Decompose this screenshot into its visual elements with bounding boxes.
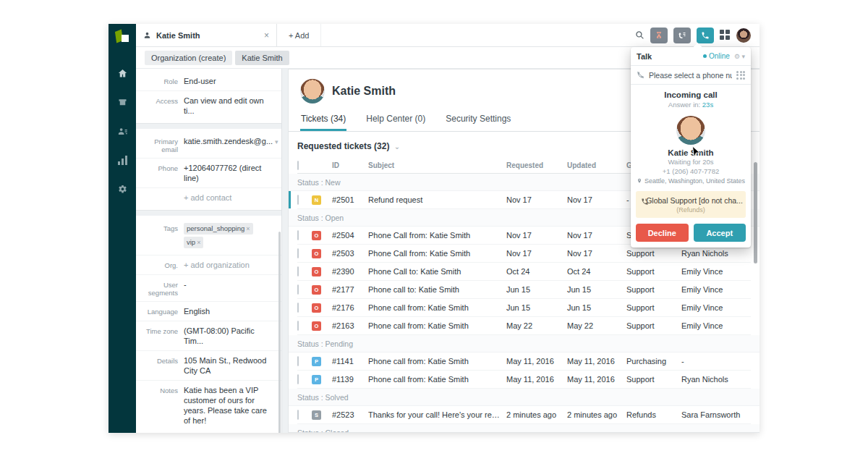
status-group-band: Status : Solved bbox=[289, 389, 760, 406]
field-label: Time zone bbox=[142, 326, 184, 346]
tab-tickets-[interactable]: Tickets (34) bbox=[300, 110, 346, 131]
close-tab-icon[interactable]: × bbox=[264, 30, 269, 41]
ticket-subject[interactable]: Refund request bbox=[368, 195, 506, 204]
remove-tag-icon[interactable]: × bbox=[197, 239, 200, 246]
ticket-assignee: Emily Vince bbox=[681, 285, 751, 294]
home-icon[interactable] bbox=[109, 59, 136, 88]
ticket-subject[interactable]: Phone call from: Katie Smith bbox=[368, 321, 506, 330]
incoming-call-icon bbox=[641, 198, 649, 206]
add-tab-button[interactable]: + Add bbox=[277, 24, 321, 46]
call-transfer-button[interactable] bbox=[673, 28, 691, 43]
tab-help-center-[interactable]: Help Center (0) bbox=[365, 110, 426, 131]
apps-grid-icon[interactable] bbox=[720, 30, 731, 41]
table-row[interactable]: P#1139Phone call from: Katie SmithMay 11… bbox=[297, 371, 751, 389]
ticket-subject[interactable]: Thanks for your call! Here's your refund… bbox=[368, 410, 506, 419]
row-checkbox[interactable] bbox=[297, 410, 299, 420]
line-sub: (Refunds) bbox=[639, 206, 743, 214]
row-checkbox[interactable] bbox=[297, 248, 299, 258]
page: Katie Smith × + Add bbox=[0, 0, 868, 456]
ticket-requested: Nov 17 bbox=[506, 195, 567, 204]
app-window: Katie Smith × + Add bbox=[109, 24, 760, 433]
ticket-subject[interactable]: Phone call to: Katie Smith bbox=[368, 285, 506, 294]
status-open-badge: O bbox=[312, 303, 321, 313]
chevron-down-icon: ⌄ bbox=[394, 143, 400, 151]
field-label: Language bbox=[142, 306, 184, 316]
row-checkbox[interactable] bbox=[297, 284, 299, 295]
open-tab-katie-smith[interactable]: Katie Smith × bbox=[136, 24, 277, 46]
row-checkbox[interactable] bbox=[297, 266, 299, 276]
ticket-id: #2523 bbox=[332, 410, 368, 419]
email-value[interactable]: katie.smith.zendesk@g...▾ bbox=[184, 136, 278, 153]
breadcrumb-item[interactable]: Organization (create) bbox=[145, 51, 232, 65]
ticket-subject[interactable]: Phone Call from: Katie Smith bbox=[368, 249, 506, 258]
user-avatar[interactable] bbox=[736, 28, 751, 43]
add-organization-link[interactable]: + add organization bbox=[184, 260, 274, 270]
remove-tag-icon[interactable]: × bbox=[246, 225, 250, 232]
ticket-id: #2390 bbox=[332, 267, 368, 276]
row-checkbox[interactable] bbox=[297, 321, 299, 331]
row-checkbox[interactable] bbox=[297, 374, 299, 384]
add-contact-link[interactable]: + add contact bbox=[184, 193, 274, 203]
field-label: Org. bbox=[142, 260, 184, 270]
views-icon[interactable] bbox=[109, 88, 136, 117]
field-label: Role bbox=[142, 76, 184, 86]
tag-chip[interactable]: personal_shopping× bbox=[184, 223, 253, 235]
search-icon[interactable] bbox=[635, 30, 644, 40]
caller-avatar bbox=[676, 116, 705, 145]
ticket-updated: Jun 15 bbox=[567, 285, 626, 294]
phone-icon[interactable] bbox=[697, 28, 714, 43]
reports-icon[interactable] bbox=[109, 145, 136, 174]
person-icon bbox=[143, 31, 151, 39]
table-row[interactable]: O#2390Phone Call to: Katie SmithOct 24Oc… bbox=[297, 263, 751, 281]
talk-settings-icon[interactable]: ⚙ ▾ bbox=[734, 53, 745, 60]
row-checkbox[interactable] bbox=[297, 230, 299, 240]
table-row[interactable]: O#2176Phone call from: Katie SmithJun 15… bbox=[297, 299, 751, 317]
ticket-subject[interactable]: Phone call from: Katie Smith bbox=[368, 375, 506, 384]
row-checkbox[interactable] bbox=[297, 195, 299, 205]
ticket-id: #2176 bbox=[332, 303, 368, 312]
line-name: Global Support [do not cha... bbox=[639, 196, 743, 205]
ticket-subject[interactable]: Phone Call to: Katie Smith bbox=[368, 267, 506, 276]
ticket-id: #1139 bbox=[332, 375, 368, 384]
row-checkbox[interactable] bbox=[297, 356, 299, 366]
status-group-band: Status : Pending bbox=[289, 335, 760, 352]
select-all-checkbox[interactable] bbox=[297, 161, 299, 170]
field-label: Tags bbox=[142, 223, 184, 250]
status-group-band: Status : Closed bbox=[289, 424, 760, 433]
status-open-badge: O bbox=[312, 285, 321, 295]
breadcrumb-item[interactable]: Katie Smith bbox=[235, 51, 289, 65]
ticket-group: Purchasing bbox=[626, 357, 681, 366]
status-new-badge: N bbox=[312, 195, 321, 205]
status-solved-badge: S bbox=[312, 410, 321, 420]
profile-scrollbar[interactable] bbox=[278, 232, 281, 433]
table-row[interactable]: O#2163Phone call from: Katie SmithMay 22… bbox=[297, 317, 751, 335]
tab-security-settings[interactable]: Security Settings bbox=[445, 110, 511, 131]
nav-rail bbox=[109, 24, 136, 433]
agent-status-hourglass-button[interactable] bbox=[650, 28, 668, 43]
row-checkbox[interactable] bbox=[297, 303, 299, 313]
main-scrollbar[interactable] bbox=[754, 162, 757, 263]
timezone-value: (GMT-08:00) Pacific Tim... bbox=[184, 326, 274, 346]
ticket-subject[interactable]: Phone call from: Katie Smith bbox=[368, 357, 506, 366]
table-row[interactable]: S#2523Thanks for your call! Here's your … bbox=[297, 406, 751, 424]
settings-icon[interactable] bbox=[109, 174, 136, 203]
customers-icon[interactable] bbox=[109, 117, 136, 145]
ticket-requested: Nov 17 bbox=[506, 249, 567, 258]
accept-button[interactable]: Accept bbox=[694, 224, 746, 242]
ticket-subject[interactable]: Phone Call from: Katie Smith bbox=[368, 231, 506, 240]
access-value: Can view and edit own ti... bbox=[184, 96, 274, 116]
answer-countdown: Answer in: 23s bbox=[631, 101, 751, 109]
tag-chip[interactable]: vip× bbox=[184, 237, 203, 248]
zendesk-logo bbox=[114, 30, 130, 46]
decline-button[interactable]: Decline bbox=[636, 224, 689, 242]
table-row[interactable]: O#2177Phone call to: Katie SmithJun 15Ju… bbox=[297, 281, 751, 299]
ticket-updated: May 22 bbox=[567, 321, 626, 330]
ticket-requested: Oct 24 bbox=[506, 267, 567, 276]
table-row[interactable]: P#1141Phone call from: Katie SmithMay 11… bbox=[297, 352, 751, 371]
ticket-updated: May 11, 2016 bbox=[567, 375, 626, 384]
keypad-icon[interactable] bbox=[736, 71, 745, 80]
ticket-subject[interactable]: Phone call from: Katie Smith bbox=[368, 303, 506, 312]
language-value: English bbox=[184, 306, 274, 316]
ticket-requested: May 11, 2016 bbox=[506, 375, 567, 384]
phone-number-select[interactable]: Please select a phone nu... bbox=[631, 66, 751, 85]
